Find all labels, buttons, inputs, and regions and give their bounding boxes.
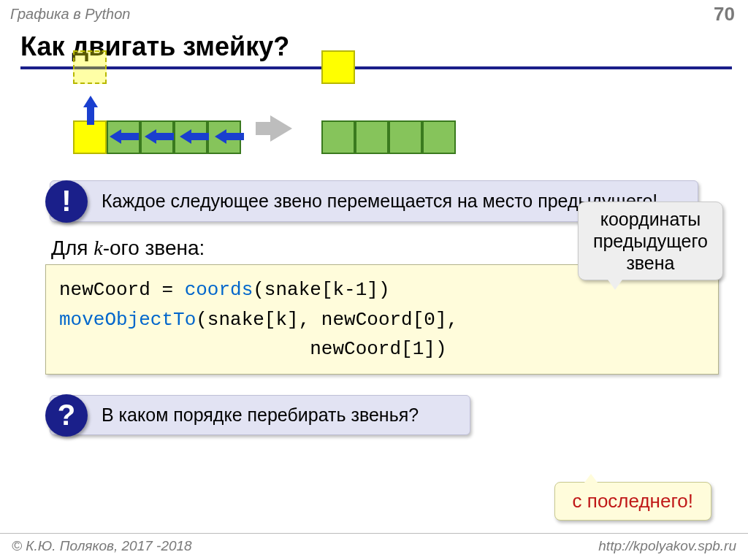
snake-after [321,85,456,154]
callout-line: звена [593,252,708,274]
for-k-variable: k [94,237,102,259]
snake-body-cell [355,120,389,154]
code-text: newCoord = [59,279,185,301]
new-head-ghost-cell [73,50,107,84]
snake-diagram [73,85,748,154]
answer-callout: с последнего! [554,482,711,521]
footer-url: http://kpolyakov.spb.ru [598,538,736,554]
arrow-up-icon [83,96,98,107]
arrow-left-icon [215,129,226,144]
slide-header: Графика в Python 70 [0,0,748,27]
page-title: Как двигать змейку? [20,31,732,69]
page-number: 70 [714,3,735,26]
question-box: ? В каком порядке перебирать звенья? [50,395,470,435]
code-fn: moveObjectTo [59,309,196,331]
callout-coords: координаты предыдущего звена [578,202,723,280]
question-badge: ? [45,394,88,437]
callout-line: предыдущего [593,230,708,252]
callout-line: координаты [593,208,708,230]
snake-body-cell [422,120,456,154]
header-topic: Графика в Python [10,6,130,23]
code-text: (snake[k], newCoord[0], [196,309,458,331]
snake-body-cell [321,120,355,154]
arrow-left-icon [180,129,191,144]
code-wrap: координаты предыдущего звена newCoord = … [45,264,719,375]
code-text: (snake[k-1]) [253,279,389,301]
question-text: В каком порядке перебирать звенья? [50,395,470,435]
for-k-prefix: Для [51,237,94,259]
footer-copyright: © К.Ю. Поляков, 2017 -2018 [12,538,192,554]
arrow-left-icon [145,129,156,144]
transition-arrow-icon [270,115,292,142]
code-fn: coords [185,279,253,301]
snake-body-cell [389,120,422,154]
exclamation-badge: ! [45,180,88,223]
snake-head-cell [321,50,355,84]
code-text: newCoord[1]) [59,338,447,360]
arrow-left-icon [110,129,121,144]
snake-before [73,85,241,154]
snake-head-cell [73,120,107,154]
slide-footer: © К.Ю. Поляков, 2017 -2018 http://kpolya… [0,533,748,560]
for-k-suffix: -ого звена: [103,237,205,259]
